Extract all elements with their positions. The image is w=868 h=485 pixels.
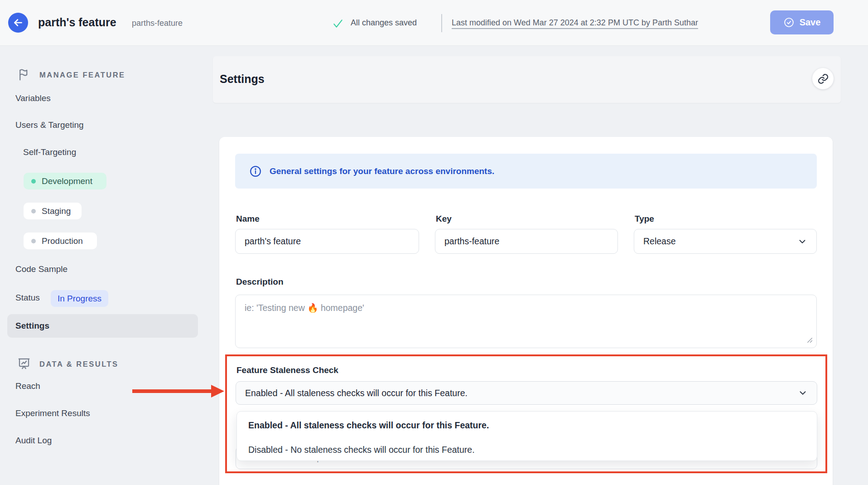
sidebar-item-reach[interactable]: Reach xyxy=(15,381,40,391)
settings-panel-header: Settings xyxy=(213,56,841,103)
sidebar-item-experiment-results[interactable]: Experiment Results xyxy=(15,408,90,418)
sidebar-item-code-sample[interactable]: Code Sample xyxy=(15,264,68,274)
sidebar-env-production[interactable]: Production xyxy=(24,233,97,249)
env-label-staging: Staging xyxy=(42,206,71,216)
staleness-select[interactable]: Enabled - All staleness checks will occu… xyxy=(236,381,817,405)
env-label-development: Development xyxy=(42,176,92,186)
manage-feature-label: MANAGE FEATURE xyxy=(39,71,125,79)
sidebar-item-self-targeting[interactable]: Self-Targeting xyxy=(23,147,76,157)
page-title: Settings xyxy=(220,73,265,86)
resize-handle-icon[interactable] xyxy=(806,336,813,344)
chevron-down-icon xyxy=(798,388,808,398)
type-select[interactable]: Release xyxy=(634,229,817,254)
save-check-icon xyxy=(783,17,795,28)
info-icon xyxy=(249,165,262,178)
info-banner: General settings for your feature across… xyxy=(235,154,817,189)
feature-title: parth's feature xyxy=(38,16,116,29)
saved-check-icon xyxy=(332,18,344,29)
sidebar-env-staging[interactable]: Staging xyxy=(24,203,82,219)
sidebar-status-label: Status xyxy=(15,293,40,303)
sidebar-item-settings[interactable]: Settings xyxy=(7,314,198,338)
description-label: Description xyxy=(236,277,284,287)
annotation-arrow xyxy=(132,389,212,393)
manage-feature-header: MANAGE FEATURE xyxy=(17,68,125,82)
saved-status-text: All changes saved xyxy=(351,18,417,28)
sidebar-item-variables[interactable]: Variables xyxy=(15,93,51,103)
staleness-option-disabled[interactable]: Disabled - No staleness checks will occu… xyxy=(237,437,817,462)
key-input[interactable] xyxy=(435,229,618,254)
feature-key: parths-feature xyxy=(132,19,183,28)
staleness-dropdown-menu: Enabled - All staleness checks will occu… xyxy=(236,411,817,461)
info-banner-text: General settings for your feature across… xyxy=(270,166,494,176)
sidebar-item-audit-log[interactable]: Audit Log xyxy=(15,436,52,446)
name-label: Name xyxy=(236,214,260,224)
env-dot-staging xyxy=(31,209,36,213)
staleness-option-enabled[interactable]: Enabled - All staleness checks will occu… xyxy=(237,413,817,437)
type-label: Type xyxy=(635,214,654,224)
save-button-label: Save xyxy=(800,17,821,28)
back-button[interactable] xyxy=(8,13,28,33)
chevron-down-icon xyxy=(797,237,807,247)
staleness-select-value: Enabled - All staleness checks will occu… xyxy=(245,388,468,398)
env-dot-production xyxy=(31,239,36,243)
last-modified-link[interactable]: Last modified on Wed Mar 27 2024 at 2:32… xyxy=(452,18,698,28)
presentation-chart-icon xyxy=(17,357,31,371)
sidebar-settings-label: Settings xyxy=(15,321,49,331)
copy-link-button[interactable] xyxy=(812,68,834,89)
sidebar-item-users-targeting[interactable]: Users & Targeting xyxy=(15,120,84,130)
name-input[interactable] xyxy=(235,229,419,254)
env-label-production: Production xyxy=(42,236,83,246)
save-button[interactable]: Save xyxy=(770,10,834,34)
data-results-header: DATA & RESULTS xyxy=(17,357,119,371)
key-label: Key xyxy=(436,214,452,224)
sidebar-env-development[interactable]: Development xyxy=(24,173,106,189)
staleness-label: Feature Staleness Check xyxy=(236,365,338,375)
flag-icon xyxy=(17,68,31,82)
data-results-label: DATA & RESULTS xyxy=(39,360,119,369)
description-textarea[interactable] xyxy=(235,295,817,348)
link-icon xyxy=(817,73,829,85)
top-bar: parth's feature parths-feature All chang… xyxy=(0,0,868,46)
status-badge[interactable]: In Progress xyxy=(51,290,108,307)
header-divider xyxy=(441,14,442,32)
type-select-value: Release xyxy=(643,236,676,247)
settings-form-card: General settings for your feature across… xyxy=(219,137,833,485)
back-arrow-icon xyxy=(12,17,24,29)
env-dot-development xyxy=(31,179,36,184)
